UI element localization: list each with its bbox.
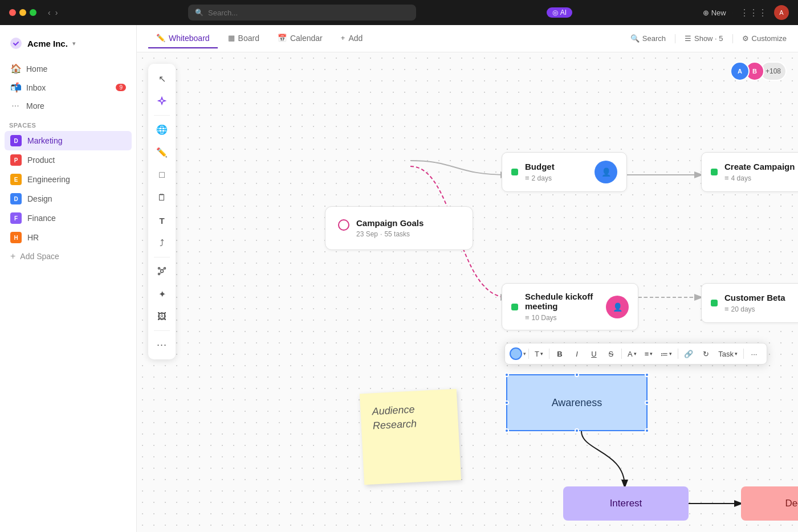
- whiteboard-tab-icon: ✏️: [156, 34, 165, 42]
- text-color-dropdown[interactable]: A ▾: [624, 349, 640, 359]
- decision-box[interactable]: Decision: [741, 486, 798, 521]
- tab-calendar[interactable]: 📅 Calendar: [270, 29, 331, 48]
- arrow-tool[interactable]: ⤴: [152, 233, 172, 253]
- ai-badge[interactable]: ◎ AI: [547, 7, 572, 18]
- create-campaign-card[interactable]: Create Campaign ≡ 4 days 👤: [701, 152, 798, 192]
- handle-ml[interactable]: [504, 400, 509, 405]
- customer-beta-status: [711, 300, 718, 306]
- show-icon: ☰: [685, 34, 691, 43]
- global-search[interactable]: 🔍: [188, 5, 416, 21]
- more-format-button[interactable]: ···: [746, 346, 762, 362]
- task-dropdown[interactable]: Task ▾: [715, 349, 741, 359]
- tab-label: Whiteboard: [169, 34, 210, 43]
- forward-button[interactable]: ›: [55, 8, 58, 17]
- show-action[interactable]: ☰ Show · 5: [685, 34, 723, 43]
- brand[interactable]: Acme Inc. ▾: [0, 32, 136, 59]
- refresh-button[interactable]: ↻: [698, 346, 714, 362]
- engineering-dot: E: [10, 174, 22, 185]
- magic-tool[interactable]: [152, 91, 172, 112]
- color-dropdown-icon[interactable]: ▾: [523, 351, 526, 357]
- bold-button[interactable]: B: [552, 346, 568, 362]
- campaign-goals-date: 23 Sep: [356, 230, 378, 238]
- italic-button[interactable]: I: [569, 346, 585, 362]
- sparkle-tool[interactable]: ✦: [152, 284, 172, 304]
- handle-bl[interactable]: [504, 428, 509, 433]
- collaborator-avatars: A B +108: [735, 62, 787, 81]
- sticky-tool[interactable]: 🗒: [152, 187, 172, 208]
- sidebar-item-product[interactable]: P Product: [5, 150, 132, 170]
- budget-card[interactable]: Budget ≡ 2 days 👤: [502, 152, 627, 192]
- align-dropdown[interactable]: ≡ ▾: [641, 349, 657, 359]
- add-space-button[interactable]: + Add Space: [0, 247, 136, 265]
- handle-mr[interactable]: [645, 400, 649, 405]
- sidebar-item-inbox[interactable]: 📬 Inbox 9: [5, 78, 132, 97]
- text-tool[interactable]: T: [152, 210, 172, 231]
- strikethrough-button[interactable]: S: [603, 346, 619, 362]
- list-dropdown[interactable]: ≔ ▾: [657, 349, 675, 359]
- schedule-title: Schedule kickoff meeting: [525, 292, 599, 311]
- customer-beta-card[interactable]: Customer Beta ≡ 20 days 👤: [701, 283, 798, 323]
- divider: [528, 349, 529, 359]
- back-button[interactable]: ‹: [48, 8, 51, 17]
- network-tool[interactable]: [152, 261, 172, 281]
- search-action[interactable]: 🔍 Search: [630, 34, 666, 43]
- underline-button[interactable]: U: [586, 346, 602, 362]
- interest-box[interactable]: Interest: [563, 486, 689, 521]
- tab-add[interactable]: + Add: [333, 29, 371, 48]
- whiteboard-canvas[interactable]: ↖ 🌐 ✏️ □ 🗒 T ⤴ ✦ 🖼 ···: [137, 52, 798, 532]
- divider: [621, 349, 622, 359]
- link-button[interactable]: 🔗: [681, 346, 697, 362]
- grid-icon[interactable]: ⋮⋮⋮: [740, 7, 767, 18]
- sidebar-item-home[interactable]: 🏠 Home: [5, 59, 132, 78]
- color-picker[interactable]: [510, 347, 522, 360]
- sidebar-nav: 🏠 Home 📬 Inbox 9 ··· More: [0, 59, 136, 115]
- handle-br[interactable]: [645, 428, 649, 433]
- sidebar-item-hr[interactable]: H HR: [5, 228, 132, 247]
- search-input[interactable]: [208, 9, 409, 17]
- show-label: Show · 5: [694, 34, 723, 43]
- new-button[interactable]: ⊕ New: [703, 9, 726, 17]
- awareness-box[interactable]: Awareness: [506, 374, 648, 431]
- schedule-kickoff-card[interactable]: Schedule kickoff meeting ≡ 10 Days 👤: [502, 283, 638, 330]
- home-icon: 🏠: [10, 63, 21, 74]
- chevron-down-icon: ▾: [72, 40, 76, 47]
- sticky-note-text: Audience Research: [372, 401, 447, 433]
- divider: [154, 257, 170, 257]
- sidebar-item-engineering[interactable]: E Engineering: [5, 170, 132, 189]
- font-size-dropdown[interactable]: T ▾: [531, 349, 547, 359]
- handle-bc[interactable]: [575, 428, 579, 433]
- customize-action[interactable]: ⚙ Customize: [742, 34, 787, 43]
- tab-board[interactable]: ▦ Board: [220, 29, 267, 48]
- sidebar-item-design[interactable]: D Design: [5, 189, 132, 208]
- create-campaign-sub: ≡ 4 days: [724, 174, 798, 182]
- user-avatar[interactable]: A: [774, 5, 789, 20]
- budget-days: 2 days: [532, 174, 552, 182]
- space-label: Design: [27, 194, 52, 203]
- hr-dot: H: [10, 232, 22, 243]
- brand-name: Acme Inc.: [27, 39, 68, 48]
- interest-label: Interest: [610, 498, 642, 509]
- more-tools[interactable]: ···: [152, 334, 172, 355]
- campaign-goals-card[interactable]: Campaign Goals 23 Sep · 55 tasks: [325, 206, 473, 250]
- sidebar-item-more[interactable]: ··· More: [5, 97, 132, 115]
- handle-tl[interactable]: [504, 373, 509, 377]
- sidebar-item-marketing[interactable]: D Marketing: [5, 131, 132, 150]
- sidebar-item-finance[interactable]: F Finance: [5, 208, 132, 228]
- tab-whiteboard[interactable]: ✏️ Whiteboard: [148, 29, 218, 48]
- divider: [743, 349, 744, 359]
- svg-line-9: [160, 269, 162, 270]
- new-label: New: [711, 9, 726, 17]
- handle-tc[interactable]: [575, 373, 579, 377]
- calendar-tab-icon: 📅: [278, 34, 287, 42]
- campaign-goals-icon: [338, 219, 349, 231]
- globe-tool[interactable]: 🌐: [152, 119, 172, 140]
- tabbar-right: 🔍 Search ☰ Show · 5 ⚙ Customize: [630, 34, 787, 43]
- handle-tr[interactable]: [645, 373, 649, 377]
- pencil-tool[interactable]: ✏️: [152, 142, 172, 162]
- shape-tool[interactable]: □: [152, 165, 172, 185]
- image-tool[interactable]: 🖼: [152, 306, 172, 327]
- decision-label: Decision: [785, 498, 798, 509]
- budget-sub: ≡ 2 days: [525, 174, 588, 182]
- select-tool[interactable]: ↖: [152, 68, 172, 89]
- sticky-note[interactable]: Audience Research: [360, 389, 461, 485]
